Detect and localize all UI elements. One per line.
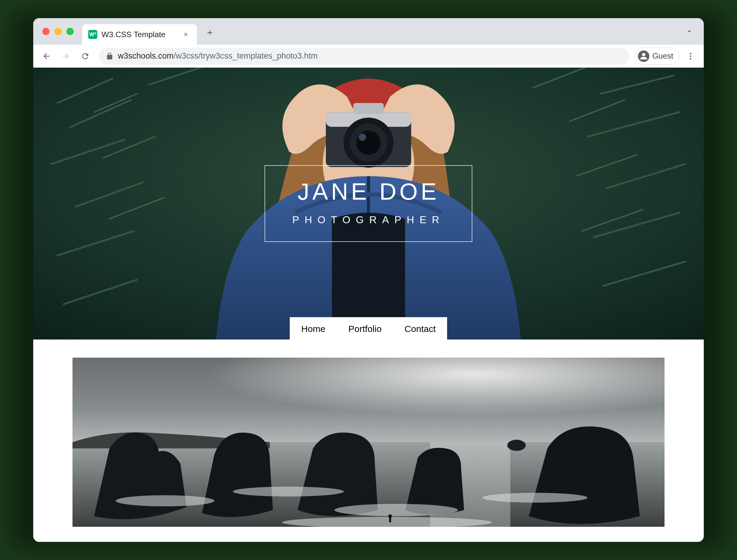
arrow-right-icon [61,52,70,61]
window-controls [42,28,74,35]
nav-reload-button[interactable] [77,48,94,65]
address-bar[interactable]: w3schools.com/w3css/tryw3css_templates_p… [99,48,629,65]
close-icon [183,31,189,37]
nav-link-contact[interactable]: Contact [393,317,447,340]
reload-icon [81,52,90,61]
svg-point-36 [507,440,526,451]
svg-rect-27 [353,103,384,114]
window-zoom-button[interactable] [66,28,74,35]
profile-button[interactable]: Guest [635,48,680,65]
svg-point-31 [359,134,366,141]
url-path: /w3css/tryw3css_templates_photo3.htm [174,51,318,60]
gallery-photo[interactable] [72,358,665,527]
tabs-menu-button[interactable] [683,25,695,37]
gallery-section [33,340,704,527]
main-nav: Home Portfolio Contact [290,317,447,340]
hero-title-box: JANE DOE PHOTOGRAPHER [265,165,472,242]
svg-point-2 [690,58,691,60]
browser-window: W³ W3.CSS Template w3schools [33,18,704,542]
profile-label: Guest [652,51,673,61]
tab-title: W3.CSS Template [101,30,178,39]
svg-point-1 [690,55,691,57]
arrow-left-icon [42,52,51,61]
tab-strip: W³ W3.CSS Template [33,18,704,45]
svg-point-0 [690,53,691,54]
avatar-icon [638,50,649,62]
nav-forward-button[interactable] [57,48,74,65]
hero-name: JANE DOE [292,178,445,205]
lock-icon [106,52,114,60]
tab-close-button[interactable] [182,31,190,38]
svg-rect-43 [389,517,391,522]
svg-point-40 [483,493,587,503]
svg-point-37 [116,495,214,507]
seascape-image [72,358,665,527]
plus-icon [206,28,214,37]
new-tab-button[interactable] [202,24,218,41]
nav-back-button[interactable] [38,48,55,65]
page-viewport[interactable]: JANE DOE PHOTOGRAPHER Home Portfolio Con… [33,68,704,542]
window-close-button[interactable] [42,28,50,35]
browser-menu-button[interactable] [682,48,699,65]
nav-link-home[interactable]: Home [290,317,337,340]
svg-point-30 [356,130,381,155]
svg-point-38 [233,487,344,497]
browser-toolbar: w3schools.com/w3css/tryw3css_templates_p… [33,45,704,68]
hero-subtitle: PHOTOGRAPHER [292,214,445,226]
hero-section: JANE DOE PHOTOGRAPHER Home Portfolio Con… [33,68,704,340]
kebab-icon [686,52,695,61]
chevron-down-icon [685,27,693,35]
url-host: w3schools.com [118,51,174,60]
svg-point-39 [335,504,458,516]
favicon-letter: W³ [89,31,96,38]
browser-tab[interactable]: W³ W3.CSS Template [82,24,197,45]
tab-favicon: W³ [88,30,97,39]
nav-link-portfolio[interactable]: Portfolio [337,317,393,340]
window-minimize-button[interactable] [54,28,62,35]
